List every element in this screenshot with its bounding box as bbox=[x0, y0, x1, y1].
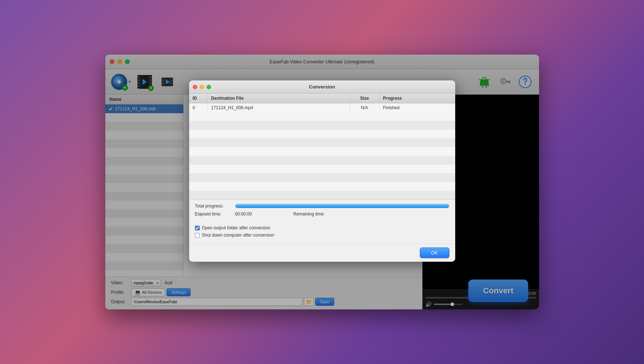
col-size: Size bbox=[350, 94, 379, 103]
dialog-title-bar: Conversion bbox=[189, 80, 455, 94]
dialog-footer: OK bbox=[189, 244, 455, 262]
row-size: N/A bbox=[350, 103, 379, 112]
open-output-row: Open output folder after conversion bbox=[195, 225, 449, 230]
conversion-table: ID Destination File Size Progress 0 1711… bbox=[189, 94, 455, 112]
table-row: 0 171124_H1_006.mp4 N/A Finished bbox=[189, 103, 455, 112]
modal-overlay: Conversion ID Destination File Size Prog… bbox=[105, 55, 539, 309]
elapsed-label: Elapsed time: bbox=[195, 211, 235, 217]
col-progress: Progress bbox=[379, 94, 455, 103]
open-output-label: Open output folder after conversion bbox=[202, 225, 270, 230]
table-header-row: ID Destination File Size Progress bbox=[189, 94, 455, 103]
shutdown-checkbox[interactable] bbox=[195, 233, 200, 238]
ok-button[interactable]: OK bbox=[420, 248, 449, 258]
shutdown-row: Shut down computer after conversion bbox=[195, 233, 449, 238]
total-progress-row: Total progress: bbox=[195, 203, 449, 209]
dialog-traffic-lights bbox=[193, 85, 211, 89]
col-destination: Destination File bbox=[207, 94, 350, 103]
progress-bar-fill bbox=[235, 204, 449, 208]
dialog-title: Conversion bbox=[309, 84, 335, 90]
app-window: EaseFab Video Converter Ultimate (Unregi… bbox=[105, 55, 539, 309]
elapsed-value: 00:00:00 bbox=[235, 211, 279, 217]
progress-section: Total progress: Elapsed time: 00:00:00 R… bbox=[189, 199, 455, 224]
col-id: ID bbox=[189, 94, 207, 103]
dialog-maximize-button[interactable] bbox=[207, 85, 211, 89]
checkboxes-section: Open output folder after conversion Shut… bbox=[189, 224, 455, 244]
dialog-close-button[interactable] bbox=[193, 85, 197, 89]
open-output-checkbox[interactable] bbox=[195, 226, 200, 230]
elapsed-time-row: Elapsed time: 00:00:00 Remaining time: bbox=[195, 211, 449, 217]
shutdown-label: Shut down computer after conversion bbox=[202, 233, 274, 238]
empty-rows bbox=[189, 112, 455, 199]
dialog-minimize-button[interactable] bbox=[200, 85, 204, 89]
total-progress-label: Total progress: bbox=[195, 203, 235, 209]
row-progress: Finished bbox=[379, 103, 455, 112]
total-progress-bar bbox=[235, 204, 449, 208]
row-id: 0 bbox=[189, 103, 207, 112]
row-destination: 171124_H1_006.mp4 bbox=[207, 103, 350, 112]
conversion-dialog: Conversion ID Destination File Size Prog… bbox=[189, 80, 455, 262]
remaining-label: Remaining time: bbox=[293, 211, 325, 217]
dialog-body: ID Destination File Size Progress 0 1711… bbox=[189, 94, 455, 262]
